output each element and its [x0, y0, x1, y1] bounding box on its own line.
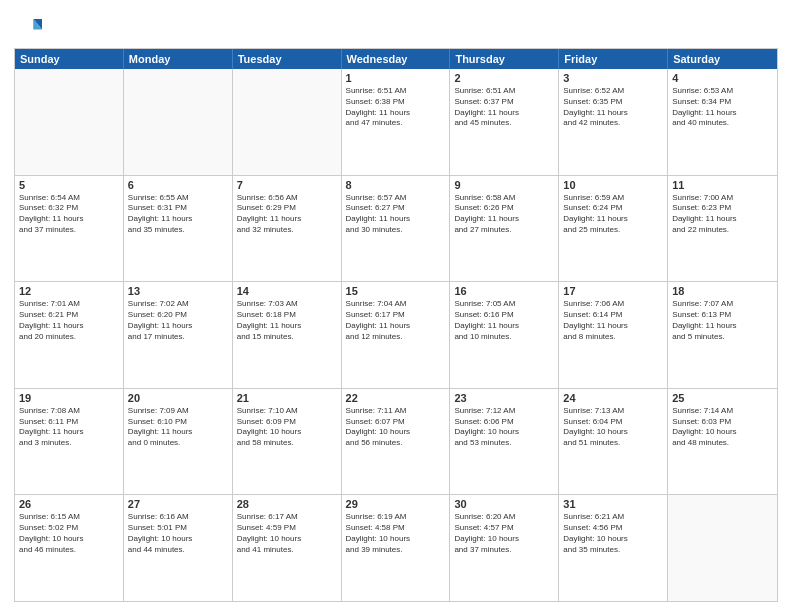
calendar-cell [233, 69, 342, 175]
day-info: Sunrise: 7:04 AM Sunset: 6:17 PM Dayligh… [346, 299, 446, 342]
day-number: 15 [346, 285, 446, 297]
day-number: 1 [346, 72, 446, 84]
day-info: Sunrise: 7:14 AM Sunset: 6:03 PM Dayligh… [672, 406, 773, 449]
day-number: 8 [346, 179, 446, 191]
day-number: 20 [128, 392, 228, 404]
day-number: 22 [346, 392, 446, 404]
header [14, 12, 778, 40]
weekday-header: Monday [124, 49, 233, 69]
day-number: 18 [672, 285, 773, 297]
calendar-cell: 10Sunrise: 6:59 AM Sunset: 6:24 PM Dayli… [559, 176, 668, 282]
calendar-cell: 29Sunrise: 6:19 AM Sunset: 4:58 PM Dayli… [342, 495, 451, 601]
day-number: 4 [672, 72, 773, 84]
day-info: Sunrise: 6:58 AM Sunset: 6:26 PM Dayligh… [454, 193, 554, 236]
calendar-cell: 31Sunrise: 6:21 AM Sunset: 4:56 PM Dayli… [559, 495, 668, 601]
page: SundayMondayTuesdayWednesdayThursdayFrid… [0, 0, 792, 612]
calendar-row: 12Sunrise: 7:01 AM Sunset: 6:21 PM Dayli… [15, 281, 777, 388]
calendar-cell: 13Sunrise: 7:02 AM Sunset: 6:20 PM Dayli… [124, 282, 233, 388]
day-info: Sunrise: 7:05 AM Sunset: 6:16 PM Dayligh… [454, 299, 554, 342]
calendar-cell: 12Sunrise: 7:01 AM Sunset: 6:21 PM Dayli… [15, 282, 124, 388]
day-info: Sunrise: 6:59 AM Sunset: 6:24 PM Dayligh… [563, 193, 663, 236]
calendar-cell: 7Sunrise: 6:56 AM Sunset: 6:29 PM Daylig… [233, 176, 342, 282]
calendar: SundayMondayTuesdayWednesdayThursdayFrid… [14, 48, 778, 602]
weekday-header: Wednesday [342, 49, 451, 69]
day-info: Sunrise: 7:02 AM Sunset: 6:20 PM Dayligh… [128, 299, 228, 342]
day-number: 23 [454, 392, 554, 404]
calendar-cell: 24Sunrise: 7:13 AM Sunset: 6:04 PM Dayli… [559, 389, 668, 495]
day-info: Sunrise: 6:19 AM Sunset: 4:58 PM Dayligh… [346, 512, 446, 555]
calendar-cell: 5Sunrise: 6:54 AM Sunset: 6:32 PM Daylig… [15, 176, 124, 282]
day-info: Sunrise: 7:12 AM Sunset: 6:06 PM Dayligh… [454, 406, 554, 449]
day-number: 6 [128, 179, 228, 191]
day-info: Sunrise: 7:08 AM Sunset: 6:11 PM Dayligh… [19, 406, 119, 449]
day-info: Sunrise: 6:52 AM Sunset: 6:35 PM Dayligh… [563, 86, 663, 129]
calendar-cell: 30Sunrise: 6:20 AM Sunset: 4:57 PM Dayli… [450, 495, 559, 601]
day-number: 11 [672, 179, 773, 191]
day-number: 3 [563, 72, 663, 84]
weekday-header: Saturday [668, 49, 777, 69]
day-info: Sunrise: 6:51 AM Sunset: 6:38 PM Dayligh… [346, 86, 446, 129]
day-number: 21 [237, 392, 337, 404]
day-number: 17 [563, 285, 663, 297]
day-info: Sunrise: 7:10 AM Sunset: 6:09 PM Dayligh… [237, 406, 337, 449]
calendar-cell: 25Sunrise: 7:14 AM Sunset: 6:03 PM Dayli… [668, 389, 777, 495]
day-number: 10 [563, 179, 663, 191]
day-number: 30 [454, 498, 554, 510]
calendar-cell: 19Sunrise: 7:08 AM Sunset: 6:11 PM Dayli… [15, 389, 124, 495]
calendar-cell [124, 69, 233, 175]
calendar-cell: 9Sunrise: 6:58 AM Sunset: 6:26 PM Daylig… [450, 176, 559, 282]
day-info: Sunrise: 6:15 AM Sunset: 5:02 PM Dayligh… [19, 512, 119, 555]
calendar-cell: 18Sunrise: 7:07 AM Sunset: 6:13 PM Dayli… [668, 282, 777, 388]
day-number: 29 [346, 498, 446, 510]
calendar-cell: 16Sunrise: 7:05 AM Sunset: 6:16 PM Dayli… [450, 282, 559, 388]
calendar-cell: 1Sunrise: 6:51 AM Sunset: 6:38 PM Daylig… [342, 69, 451, 175]
day-number: 19 [19, 392, 119, 404]
weekday-header: Tuesday [233, 49, 342, 69]
calendar-cell: 15Sunrise: 7:04 AM Sunset: 6:17 PM Dayli… [342, 282, 451, 388]
calendar-cell: 21Sunrise: 7:10 AM Sunset: 6:09 PM Dayli… [233, 389, 342, 495]
calendar-cell: 17Sunrise: 7:06 AM Sunset: 6:14 PM Dayli… [559, 282, 668, 388]
calendar-cell: 26Sunrise: 6:15 AM Sunset: 5:02 PM Dayli… [15, 495, 124, 601]
day-info: Sunrise: 6:51 AM Sunset: 6:37 PM Dayligh… [454, 86, 554, 129]
weekday-header: Thursday [450, 49, 559, 69]
calendar-cell: 4Sunrise: 6:53 AM Sunset: 6:34 PM Daylig… [668, 69, 777, 175]
day-number: 14 [237, 285, 337, 297]
calendar-body: 1Sunrise: 6:51 AM Sunset: 6:38 PM Daylig… [15, 69, 777, 601]
day-number: 5 [19, 179, 119, 191]
day-info: Sunrise: 6:16 AM Sunset: 5:01 PM Dayligh… [128, 512, 228, 555]
day-info: Sunrise: 7:09 AM Sunset: 6:10 PM Dayligh… [128, 406, 228, 449]
day-number: 24 [563, 392, 663, 404]
calendar-cell: 28Sunrise: 6:17 AM Sunset: 4:59 PM Dayli… [233, 495, 342, 601]
day-number: 13 [128, 285, 228, 297]
calendar-cell: 23Sunrise: 7:12 AM Sunset: 6:06 PM Dayli… [450, 389, 559, 495]
day-number: 26 [19, 498, 119, 510]
day-info: Sunrise: 6:53 AM Sunset: 6:34 PM Dayligh… [672, 86, 773, 129]
day-info: Sunrise: 7:11 AM Sunset: 6:07 PM Dayligh… [346, 406, 446, 449]
day-info: Sunrise: 6:54 AM Sunset: 6:32 PM Dayligh… [19, 193, 119, 236]
day-info: Sunrise: 7:00 AM Sunset: 6:23 PM Dayligh… [672, 193, 773, 236]
day-info: Sunrise: 7:07 AM Sunset: 6:13 PM Dayligh… [672, 299, 773, 342]
day-info: Sunrise: 6:56 AM Sunset: 6:29 PM Dayligh… [237, 193, 337, 236]
calendar-cell: 20Sunrise: 7:09 AM Sunset: 6:10 PM Dayli… [124, 389, 233, 495]
calendar-row: 5Sunrise: 6:54 AM Sunset: 6:32 PM Daylig… [15, 175, 777, 282]
day-info: Sunrise: 6:55 AM Sunset: 6:31 PM Dayligh… [128, 193, 228, 236]
calendar-cell: 11Sunrise: 7:00 AM Sunset: 6:23 PM Dayli… [668, 176, 777, 282]
calendar-cell: 22Sunrise: 7:11 AM Sunset: 6:07 PM Dayli… [342, 389, 451, 495]
calendar-cell: 6Sunrise: 6:55 AM Sunset: 6:31 PM Daylig… [124, 176, 233, 282]
calendar-row: 19Sunrise: 7:08 AM Sunset: 6:11 PM Dayli… [15, 388, 777, 495]
day-info: Sunrise: 6:20 AM Sunset: 4:57 PM Dayligh… [454, 512, 554, 555]
calendar-cell [15, 69, 124, 175]
calendar-row: 1Sunrise: 6:51 AM Sunset: 6:38 PM Daylig… [15, 69, 777, 175]
day-info: Sunrise: 6:21 AM Sunset: 4:56 PM Dayligh… [563, 512, 663, 555]
calendar-cell: 3Sunrise: 6:52 AM Sunset: 6:35 PM Daylig… [559, 69, 668, 175]
day-info: Sunrise: 6:57 AM Sunset: 6:27 PM Dayligh… [346, 193, 446, 236]
day-info: Sunrise: 6:17 AM Sunset: 4:59 PM Dayligh… [237, 512, 337, 555]
day-number: 9 [454, 179, 554, 191]
logo-icon [14, 12, 42, 40]
calendar-header: SundayMondayTuesdayWednesdayThursdayFrid… [15, 49, 777, 69]
day-number: 7 [237, 179, 337, 191]
day-number: 27 [128, 498, 228, 510]
day-number: 28 [237, 498, 337, 510]
calendar-cell: 2Sunrise: 6:51 AM Sunset: 6:37 PM Daylig… [450, 69, 559, 175]
day-number: 2 [454, 72, 554, 84]
